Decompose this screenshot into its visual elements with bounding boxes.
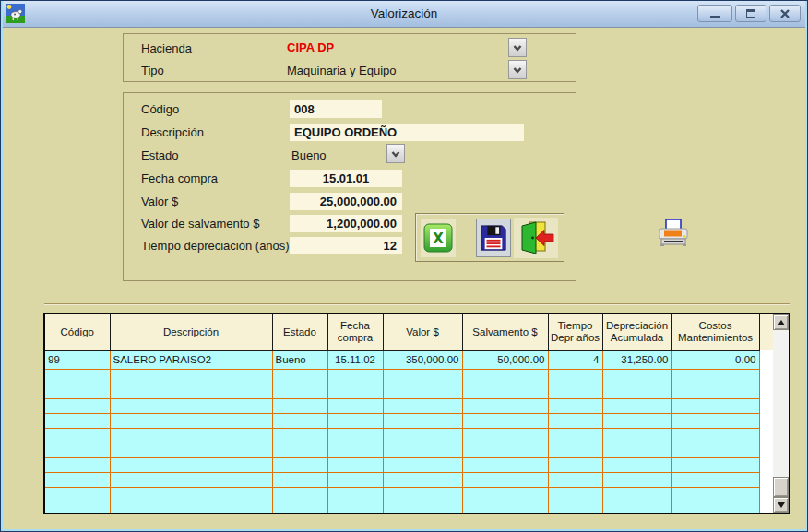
tiempo-depreciacion-field[interactable]: 12 <box>290 237 402 254</box>
table-empty-row[interactable] <box>45 398 759 413</box>
table-cell <box>327 369 383 384</box>
table-cell <box>272 369 327 384</box>
table-cell <box>45 369 110 384</box>
table-cell <box>671 502 759 514</box>
chevron-down-icon <box>511 64 524 77</box>
table-cell <box>327 443 383 457</box>
estado-label: Estado <box>141 148 178 162</box>
table-cell <box>671 487 759 502</box>
print-button[interactable] <box>655 217 692 250</box>
minimize-button[interactable] <box>697 5 732 22</box>
close-button[interactable] <box>769 5 801 22</box>
table-cell <box>272 398 327 413</box>
table-cell <box>45 487 110 502</box>
table-cell <box>671 369 759 384</box>
estado-value: Bueno <box>291 148 327 162</box>
export-excel-button[interactable]: X <box>421 219 456 257</box>
table-empty-row[interactable] <box>45 413 759 428</box>
vertical-scrollbar[interactable] <box>773 314 789 513</box>
table-cell <box>383 443 462 457</box>
table-cell <box>548 457 602 472</box>
table-cell <box>462 457 548 472</box>
table-cell <box>602 487 671 502</box>
table-empty-row[interactable] <box>45 502 759 514</box>
scroll-up-button[interactable] <box>773 314 789 330</box>
table-cell <box>462 472 548 487</box>
table-cell <box>45 502 110 514</box>
table-empty-row[interactable] <box>45 369 759 384</box>
table-cell <box>602 369 671 384</box>
col-header-depreciacion-acumulada[interactable]: Depreciación Acumulada <box>602 314 671 350</box>
minimize-icon <box>710 16 720 18</box>
save-diskette-icon <box>480 224 507 252</box>
table-cell <box>110 384 272 398</box>
table-cell <box>383 413 462 428</box>
close-icon <box>779 8 790 19</box>
table-cell <box>272 443 327 457</box>
descripcion-field[interactable]: EQUIPO ORDEÑO <box>290 124 524 141</box>
table-cell <box>548 413 602 428</box>
table-cell <box>110 487 272 502</box>
col-header-descripcion[interactable]: Descripción <box>110 314 272 350</box>
table-empty-row[interactable] <box>45 472 759 487</box>
table-cell: 350,000.00 <box>383 350 462 369</box>
table-cell <box>383 487 462 502</box>
descripcion-label: Descripción <box>141 125 204 139</box>
window-title: Valorización <box>0 6 808 20</box>
salvamento-field[interactable]: 1,200,000.00 <box>290 215 402 232</box>
table-cell <box>462 398 548 413</box>
scrollbar-thumb[interactable] <box>773 477 789 497</box>
table-empty-row[interactable] <box>45 457 759 472</box>
table-header-row: Código Descripción Estado Fecha compra V… <box>45 314 759 350</box>
grid-body: 99SALERO PARAISO2Bueno15.11.02350,000.00… <box>45 350 759 514</box>
fecha-compra-field[interactable]: 15.01.01 <box>290 170 402 187</box>
valor-label: Valor $ <box>141 195 178 208</box>
table-empty-row[interactable] <box>45 384 759 398</box>
table-cell <box>383 384 462 398</box>
table-cell <box>602 428 671 443</box>
col-header-costos-mantenimientos[interactable]: Costos Mantenimientos <box>671 314 759 350</box>
table-empty-row[interactable] <box>45 487 759 502</box>
table-cell <box>602 398 671 413</box>
table-cell <box>462 413 548 428</box>
svg-text:X: X <box>433 231 444 247</box>
valor-field[interactable]: 25,000,000.00 <box>290 193 402 210</box>
table-cell <box>548 487 602 502</box>
table-cell <box>45 472 110 487</box>
table-cell: Bueno <box>272 350 327 369</box>
table-cell <box>548 384 602 398</box>
table-empty-row[interactable] <box>45 443 759 457</box>
col-header-fecha-compra[interactable]: Fecha compra <box>327 314 383 350</box>
table-row[interactable]: 99SALERO PARAISO2Bueno15.11.02350,000.00… <box>45 350 759 369</box>
exit-button[interactable] <box>514 218 558 258</box>
table-cell <box>110 369 272 384</box>
hacienda-dropdown-button[interactable] <box>508 38 527 57</box>
codigo-field[interactable]: 008 <box>290 100 382 118</box>
table-cell <box>110 428 272 443</box>
estado-dropdown-button[interactable] <box>386 144 405 163</box>
table-cell <box>327 428 383 443</box>
save-button[interactable] <box>476 219 511 257</box>
col-header-estado[interactable]: Estado <box>272 314 327 350</box>
col-header-tiempo-depr[interactable]: Tiempo Depr años <box>548 314 602 350</box>
table-cell <box>602 502 671 514</box>
col-header-valor[interactable]: Valor $ <box>383 314 462 350</box>
tipo-dropdown-button[interactable] <box>508 60 527 79</box>
salvamento-label: Valor de salvamento $ <box>141 217 259 231</box>
assets-table: Código Descripción Estado Fecha compra V… <box>43 313 790 514</box>
maximize-button[interactable] <box>735 5 766 22</box>
table-cell <box>383 457 462 472</box>
col-header-codigo[interactable]: Código <box>45 314 110 350</box>
scroll-down-button[interactable] <box>773 497 789 513</box>
table-empty-row[interactable] <box>45 428 759 443</box>
table-cell: 50,000.00 <box>462 350 548 369</box>
table-cell <box>272 428 327 443</box>
table-cell <box>327 384 383 398</box>
table-cell <box>602 443 671 457</box>
table-cell <box>272 502 327 514</box>
col-header-salvamento[interactable]: Salvamento $ <box>462 314 548 350</box>
table-cell <box>671 428 759 443</box>
table-cell <box>327 472 383 487</box>
codigo-label: Código <box>141 102 179 116</box>
table-cell <box>45 384 110 398</box>
